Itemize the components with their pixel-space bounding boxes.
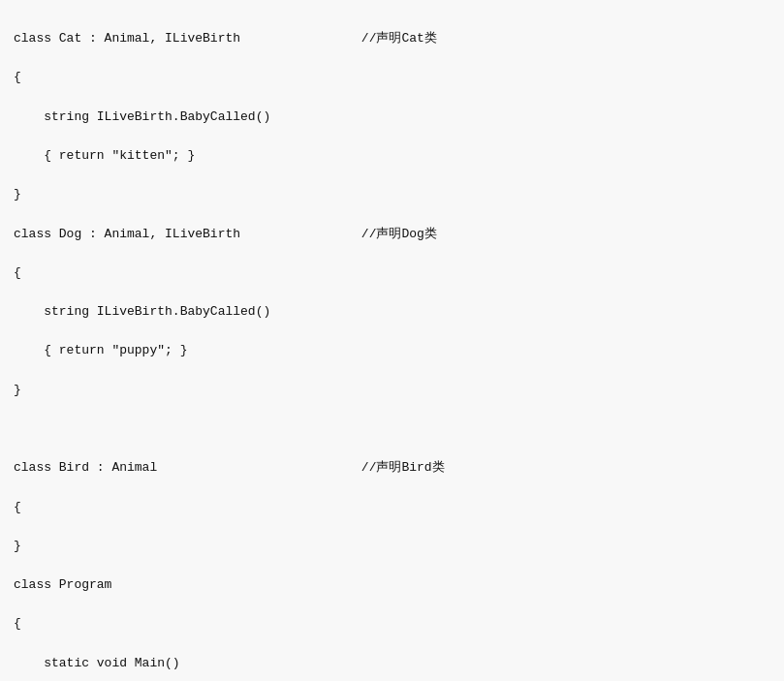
code-line: } — [14, 381, 770, 400]
code-text: class Dog : Animal, ILiveBirth — [14, 227, 361, 241]
code-comment: //声明Cat类 — [361, 31, 437, 46]
code-line: { — [14, 614, 770, 634]
code-line: string ILiveBirth.BabyCalled() — [14, 302, 770, 322]
code-line: { — [14, 498, 770, 517]
code-line: { — [14, 68, 770, 87]
code-line: class Dog : Animal, ILiveBirth //声明Dog类 — [14, 225, 770, 244]
code-line: { return "puppy"; } — [14, 341, 770, 360]
code-line: static void Main() — [14, 654, 770, 673]
code-line: { return "kitten"; } — [14, 146, 770, 166]
code-comment: //声明Bird类 — [361, 460, 445, 475]
code-line: class Program — [14, 575, 770, 595]
code-text: class Bird : Animal — [14, 460, 361, 475]
code-line: } — [14, 185, 770, 204]
code-text: class Cat : Animal, ILiveBirth — [14, 31, 361, 46]
code-line: string ILiveBirth.BabyCalled() — [14, 108, 770, 127]
code-line — [14, 419, 770, 439]
code-line: class Bird : Animal //声明Bird类 — [14, 458, 770, 478]
code-section: class Cat : Animal, ILiveBirth //声明Cat类 … — [0, 0, 784, 681]
code-line: } — [14, 537, 770, 556]
code-line: { — [14, 263, 770, 283]
main-container: class Cat : Animal, ILiveBirth //声明Cat类 … — [0, 0, 784, 681]
code-line: class Cat : Animal, ILiveBirth //声明Cat类 — [14, 29, 770, 48]
code-comment: //声明Dog类 — [361, 227, 437, 241]
code-block: class Cat : Animal, ILiveBirth //声明Cat类 … — [14, 10, 770, 681]
